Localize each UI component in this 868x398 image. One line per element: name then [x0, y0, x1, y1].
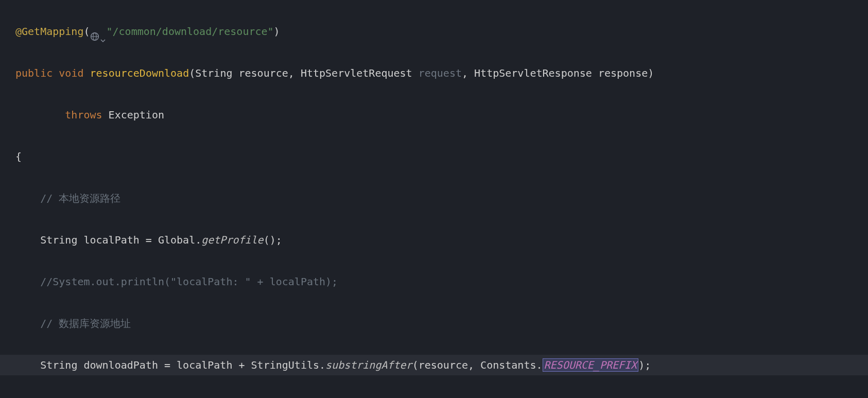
keyword-void: void: [59, 67, 83, 79]
local-path-decl: String localPath = Global.: [40, 234, 201, 246]
download-path-decl: String downloadPath = localPath + String…: [40, 359, 325, 371]
comment-disabled-1: //System.out.println("localPath: " + loc…: [40, 275, 338, 288]
code-editor[interactable]: @GetMapping("/common/download/resource")…: [0, 0, 868, 398]
code-line-10[interactable]: //System.out.println("downloadPath: " + …: [0, 396, 868, 399]
code-line-1[interactable]: @GetMapping("/common/download/resource"): [0, 21, 868, 42]
code-line-6[interactable]: String localPath = Global.getProfile();: [0, 230, 868, 251]
string-url: "/common/download/resource": [107, 25, 274, 38]
method-resourceDownload: resourceDownload: [90, 67, 189, 79]
annotation-getmapping: @GetMapping: [15, 25, 83, 38]
method-getProfile: getProfile: [201, 234, 263, 246]
brace-open: {: [15, 150, 22, 163]
comment-local-path: // 本地资源路径: [40, 192, 120, 204]
params: (String resource, HttpServletRequest: [189, 67, 419, 79]
params-tail: , HttpServletResponse response): [462, 67, 654, 79]
method-substringAfter: substringAfter: [325, 359, 412, 371]
code-line-7[interactable]: //System.out.println("localPath: " + loc…: [0, 271, 868, 292]
constant-resource-prefix: RESOURCE_PREFIX: [543, 358, 639, 372]
keyword-throws: throws: [65, 109, 102, 121]
param-unused-request: request: [419, 67, 462, 79]
code-line-2[interactable]: public void resourceDownload(String reso…: [0, 63, 868, 84]
exception-type: Exception: [102, 109, 164, 121]
keyword-public: public: [15, 67, 53, 79]
globe-icon[interactable]: [90, 27, 99, 37]
code-line-3[interactable]: throws Exception: [0, 105, 868, 126]
code-line-5[interactable]: // 本地资源路径: [0, 188, 868, 209]
comment-db-path: // 数据库资源地址: [40, 317, 131, 330]
code-line-4[interactable]: {: [0, 146, 868, 167]
paren: (: [83, 25, 90, 38]
paren: ): [274, 25, 280, 38]
code-line-8[interactable]: // 数据库资源地址: [0, 313, 868, 334]
chevron-down-icon[interactable]: [100, 29, 106, 34]
code-line-9[interactable]: String downloadPath = localPath + String…: [0, 355, 868, 376]
